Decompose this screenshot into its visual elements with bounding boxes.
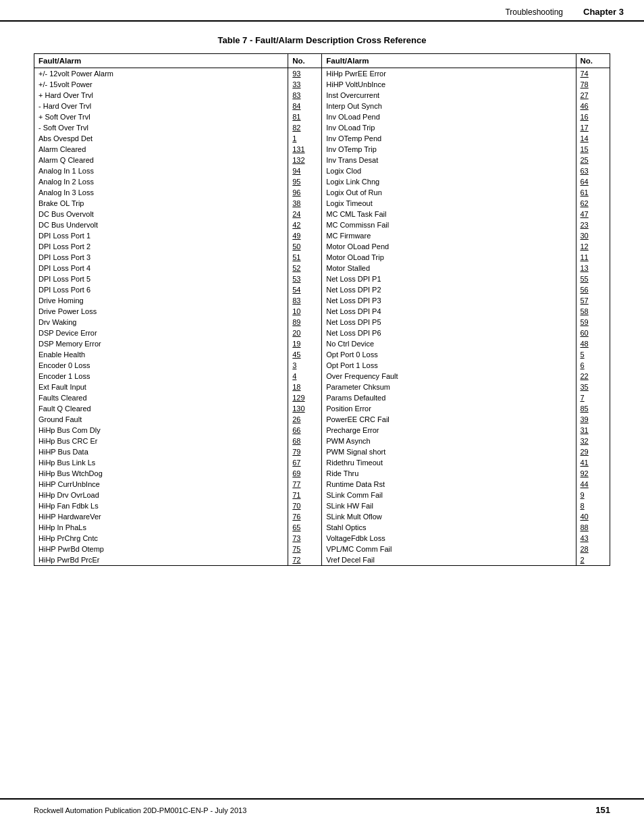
fault-number[interactable]: 56	[576, 284, 610, 295]
fault-number[interactable]: 78	[576, 79, 610, 90]
fault-number[interactable]: 32	[576, 436, 610, 446]
fault-number[interactable]: 43	[576, 533, 610, 544]
fault-number[interactable]: 23	[576, 219, 610, 230]
fault-number[interactable]: 129	[288, 392, 322, 403]
fault-number[interactable]: 24	[288, 209, 322, 219]
fault-number[interactable]: 1	[288, 133, 322, 144]
fault-number[interactable]: 20	[288, 328, 322, 338]
fault-number[interactable]: 39	[576, 414, 610, 425]
fault-number[interactable]: 84	[288, 101, 322, 111]
fault-number[interactable]: 75	[288, 544, 322, 554]
fault-number[interactable]: 77	[288, 479, 322, 490]
fault-number[interactable]: 94	[288, 165, 322, 176]
fault-number[interactable]: 82	[288, 122, 322, 133]
fault-number[interactable]: 71	[288, 490, 322, 500]
fault-number[interactable]: 40	[576, 511, 610, 522]
fault-number[interactable]: 47	[576, 209, 610, 219]
fault-number[interactable]: 74	[576, 68, 610, 80]
table-row: HiHP HardwareVer76	[34, 511, 322, 522]
table-row: Net Loss DPI P660	[322, 328, 610, 338]
fault-number[interactable]: 65	[288, 522, 322, 533]
fault-number[interactable]: 29	[576, 446, 610, 457]
fault-number[interactable]: 49	[288, 230, 322, 241]
fault-number[interactable]: 51	[288, 252, 322, 263]
fault-number[interactable]: 132	[288, 155, 322, 165]
fault-number[interactable]: 9	[576, 490, 610, 500]
table-row: HiHp PwrEE Error74	[322, 68, 610, 80]
fault-number[interactable]: 62	[576, 198, 610, 209]
fault-number[interactable]: 12	[576, 241, 610, 252]
fault-number[interactable]: 35	[576, 382, 610, 392]
fault-number[interactable]: 2	[576, 554, 610, 565]
fault-number[interactable]: 11	[576, 252, 610, 263]
fault-number[interactable]: 25	[576, 155, 610, 165]
fault-number[interactable]: 79	[288, 446, 322, 457]
fault-number[interactable]: 46	[576, 101, 610, 111]
fault-number[interactable]: 54	[288, 284, 322, 295]
fault-number[interactable]: 85	[576, 403, 610, 414]
fault-number[interactable]: 41	[576, 457, 610, 468]
fault-number[interactable]: 63	[576, 165, 610, 176]
fault-number[interactable]: 42	[288, 219, 322, 230]
fault-number[interactable]: 30	[576, 230, 610, 241]
fault-number[interactable]: 89	[288, 317, 322, 328]
fault-number[interactable]: 6	[576, 360, 610, 371]
fault-number[interactable]: 53	[288, 273, 322, 284]
fault-number[interactable]: 16	[576, 111, 610, 122]
fault-number[interactable]: 88	[576, 522, 610, 533]
table-row: Drv Waking89	[34, 317, 322, 328]
fault-number[interactable]: 52	[288, 263, 322, 273]
fault-number[interactable]: 17	[576, 122, 610, 133]
fault-number[interactable]: 76	[288, 511, 322, 522]
fault-number[interactable]: 44	[576, 479, 610, 490]
fault-number[interactable]: 45	[288, 349, 322, 360]
fault-number[interactable]: 55	[576, 273, 610, 284]
fault-number[interactable]: 58	[576, 306, 610, 317]
fault-number[interactable]: 19	[288, 338, 322, 349]
fault-number[interactable]: 95	[288, 176, 322, 187]
fault-number[interactable]: 50	[288, 241, 322, 252]
fault-number[interactable]: 8	[576, 500, 610, 511]
fault-number[interactable]: 4	[288, 371, 322, 382]
fault-number[interactable]: 38	[288, 198, 322, 209]
fault-number[interactable]: 70	[288, 500, 322, 511]
fault-number[interactable]: 27	[576, 90, 610, 101]
fault-number[interactable]: 67	[288, 457, 322, 468]
fault-number[interactable]: 28	[576, 544, 610, 554]
fault-number[interactable]: 60	[576, 328, 610, 338]
fault-number[interactable]: 59	[576, 317, 610, 328]
fault-number[interactable]: 83	[288, 295, 322, 306]
fault-number[interactable]: 22	[576, 371, 610, 382]
fault-number[interactable]: 131	[288, 144, 322, 155]
table-row: DC Bus Overvolt24	[34, 209, 322, 219]
fault-number[interactable]: 93	[288, 68, 322, 80]
fault-number[interactable]: 83	[288, 90, 322, 101]
fault-number[interactable]: 69	[288, 468, 322, 479]
fault-name: HiHP VoltUnbInce	[322, 79, 576, 90]
fault-number[interactable]: 26	[288, 414, 322, 425]
fault-number[interactable]: 15	[576, 144, 610, 155]
fault-number[interactable]: 130	[288, 403, 322, 414]
fault-number[interactable]: 13	[576, 263, 610, 273]
fault-number[interactable]: 10	[288, 306, 322, 317]
fault-number[interactable]: 3	[288, 360, 322, 371]
table-row: Enable Health45	[34, 349, 322, 360]
fault-number[interactable]: 66	[288, 425, 322, 436]
fault-number[interactable]: 33	[288, 79, 322, 90]
fault-name: Opt Port 1 Loss	[322, 360, 576, 371]
fault-number[interactable]: 7	[576, 392, 610, 403]
fault-number[interactable]: 96	[288, 187, 322, 198]
fault-number[interactable]: 73	[288, 533, 322, 544]
fault-number[interactable]: 72	[288, 554, 322, 565]
fault-number[interactable]: 31	[576, 425, 610, 436]
fault-number[interactable]: 64	[576, 176, 610, 187]
fault-number[interactable]: 81	[288, 111, 322, 122]
fault-number[interactable]: 92	[576, 468, 610, 479]
fault-number[interactable]: 57	[576, 295, 610, 306]
fault-number[interactable]: 61	[576, 187, 610, 198]
fault-number[interactable]: 48	[576, 338, 610, 349]
fault-number[interactable]: 14	[576, 133, 610, 144]
fault-number[interactable]: 68	[288, 436, 322, 446]
fault-number[interactable]: 18	[288, 382, 322, 392]
fault-number[interactable]: 5	[576, 349, 610, 360]
